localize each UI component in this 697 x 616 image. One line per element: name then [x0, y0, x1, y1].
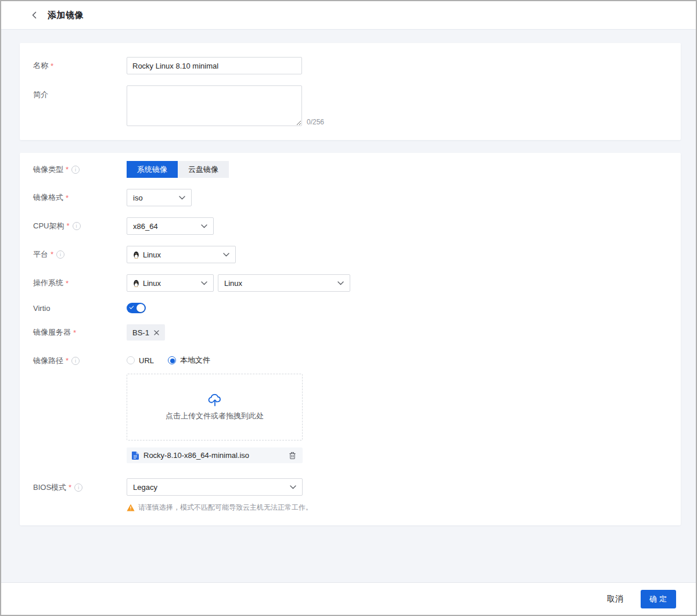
- os-label: 操作系统: [33, 278, 127, 288]
- platform-label: 平台: [33, 249, 127, 260]
- info-icon[interactable]: [74, 484, 82, 492]
- bios-warning-text: 请谨慎选择，模式不匹配可能导致云主机无法正常工作。: [138, 503, 312, 513]
- image-server-row: 镜像服务器 BS-1: [33, 324, 667, 341]
- image-type-row: 镜像类型 系统镜像 云盘镜像: [33, 161, 667, 178]
- delete-file-button[interactable]: [288, 450, 297, 461]
- image-format-select[interactable]: iso: [127, 189, 192, 206]
- footer-bar: 取消 确定: [1, 582, 696, 615]
- image-format-label: 镜像格式: [33, 192, 127, 203]
- os-family-value: Linux: [143, 279, 201, 288]
- image-format-value: iso: [133, 194, 179, 202]
- cpu-arch-label-text: CPU架构: [33, 221, 70, 231]
- image-path-label: 镜像路径: [33, 352, 127, 366]
- uploaded-file-name: Rocky-8.10-x86_64-minimal.iso: [143, 451, 249, 460]
- cpu-arch-label: CPU架构: [33, 221, 127, 231]
- image-path-radios: URL 本地文件: [127, 352, 303, 369]
- page-header: 添加镜像: [1, 1, 696, 29]
- os-row: 操作系统 Linux Linux: [33, 274, 667, 292]
- bios-mode-value: Legacy: [133, 483, 290, 492]
- virtio-row: Virtio: [33, 303, 667, 313]
- upload-dropzone[interactable]: 点击上传文件或者拖拽到此处: [127, 374, 303, 440]
- check-icon: [130, 305, 134, 309]
- info-icon[interactable]: [71, 357, 80, 365]
- os-version-value: Linux: [224, 279, 337, 288]
- bios-warning: 请谨慎选择，模式不匹配可能导致云主机无法正常工作。: [127, 503, 312, 513]
- bios-mode-row: BIOS模式 Legacy 请谨慎选择，模式不匹配可能导致云主机无法正常工作。: [33, 478, 667, 513]
- image-settings-card: 镜像类型 系统镜像 云盘镜像 镜像格式 iso CPU架构: [20, 153, 681, 525]
- cancel-button[interactable]: 取消: [605, 590, 626, 608]
- info-icon[interactable]: [71, 166, 80, 174]
- image-type-segmented: 系统镜像 云盘镜像: [127, 161, 229, 178]
- info-icon[interactable]: [56, 250, 64, 259]
- upload-hint-text: 点击上传文件或者拖拽到此处: [166, 411, 264, 421]
- image-type-label-text: 镜像类型: [33, 164, 69, 175]
- radio-url-label: URL: [139, 356, 154, 365]
- back-button[interactable]: [29, 9, 39, 22]
- close-icon: [154, 330, 159, 335]
- linux-penguin-icon: [133, 251, 139, 259]
- bios-mode-label: BIOS模式: [33, 478, 127, 493]
- radio-local-file[interactable]: 本地文件: [168, 355, 210, 366]
- file-icon: [132, 452, 139, 460]
- image-path-field: URL 本地文件 点击上传文件或者拖拽到此处 Rocky-8.10-x86_: [127, 352, 303, 463]
- cpu-arch-row: CPU架构 x86_64: [33, 217, 667, 235]
- virtio-toggle[interactable]: [127, 303, 146, 313]
- char-counter: 0/256: [307, 118, 324, 126]
- bios-mode-field: Legacy 请谨慎选择，模式不匹配可能导致云主机无法正常工作。: [127, 478, 312, 513]
- toggle-knob: [136, 304, 145, 312]
- image-format-row: 镜像格式 iso: [33, 189, 667, 206]
- platform-select[interactable]: Linux: [127, 246, 236, 263]
- chevron-down-icon: [290, 485, 296, 489]
- description-wrap: 0/256: [127, 85, 324, 126]
- radio-icon: [127, 356, 135, 364]
- chevron-left-icon: [31, 11, 37, 19]
- virtio-label: Virtio: [33, 304, 127, 313]
- name-row: 名称: [33, 57, 667, 74]
- confirm-button[interactable]: 确定: [641, 590, 676, 608]
- image-type-label: 镜像类型: [33, 164, 127, 175]
- chevron-down-icon: [201, 281, 207, 285]
- platform-value: Linux: [143, 250, 223, 259]
- tab-system-image[interactable]: 系统镜像: [127, 161, 178, 178]
- chevron-down-icon: [337, 281, 344, 285]
- name-input[interactable]: [127, 57, 302, 74]
- trash-icon: [289, 452, 296, 460]
- cpu-arch-value: x86_64: [133, 222, 201, 231]
- warning-icon: [127, 504, 135, 511]
- remove-tag-button[interactable]: [154, 330, 159, 335]
- radio-url[interactable]: URL: [127, 356, 154, 365]
- os-family-select[interactable]: Linux: [127, 274, 214, 292]
- cloud-upload-icon: [208, 393, 222, 406]
- chevron-down-icon: [223, 253, 229, 257]
- description-row: 简介 0/256: [33, 85, 667, 126]
- cpu-arch-select[interactable]: x86_64: [127, 217, 214, 235]
- linux-penguin-icon: [133, 280, 139, 287]
- image-server-tag: BS-1: [127, 324, 165, 341]
- add-image-page: 添加镜像 名称 简介 0/256 镜像类型: [0, 0, 697, 616]
- radio-local-file-label: 本地文件: [180, 355, 210, 366]
- image-path-row: 镜像路径 URL 本地文件: [33, 352, 667, 463]
- platform-label-text: 平台: [33, 249, 53, 260]
- description-label: 简介: [33, 85, 127, 100]
- page-title: 添加镜像: [48, 10, 84, 21]
- name-label: 名称: [33, 60, 127, 71]
- basic-info-card: 名称 简介 0/256: [20, 43, 681, 140]
- platform-row: 平台 Linux: [33, 246, 667, 263]
- image-server-label: 镜像服务器: [33, 327, 127, 338]
- tab-disk-image[interactable]: 云盘镜像: [178, 161, 229, 178]
- info-icon[interactable]: [73, 222, 81, 230]
- image-path-label-text: 镜像路径: [33, 356, 69, 366]
- chevron-down-icon: [201, 224, 207, 228]
- os-version-select[interactable]: Linux: [218, 274, 350, 292]
- uploaded-file-row: Rocky-8.10-x86_64-minimal.iso: [127, 447, 303, 463]
- chevron-down-icon: [179, 196, 185, 200]
- bios-mode-label-text: BIOS模式: [33, 482, 71, 493]
- description-input[interactable]: [127, 85, 302, 126]
- bios-mode-select[interactable]: Legacy: [127, 478, 303, 496]
- radio-icon: [168, 356, 176, 364]
- form-content: 名称 简介 0/256 镜像类型 系统镜像 云盘镜像: [1, 29, 696, 582]
- image-server-tag-text: BS-1: [132, 328, 149, 337]
